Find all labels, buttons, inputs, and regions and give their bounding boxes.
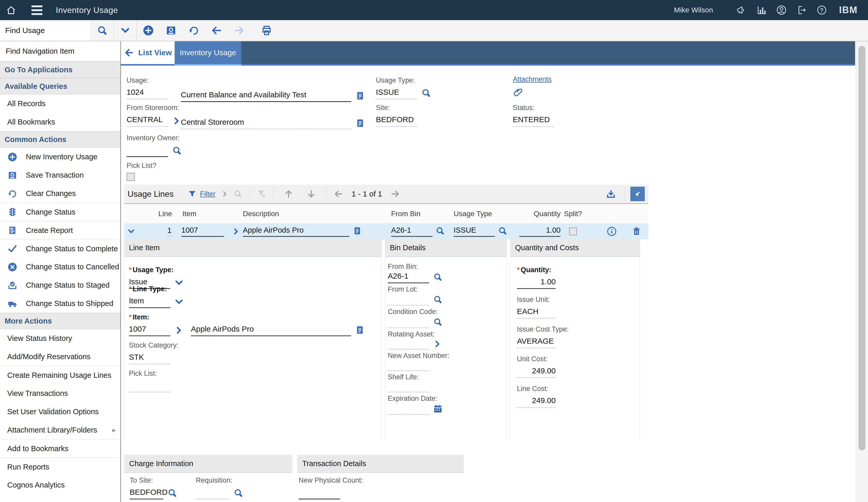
- vertical-scrollbar[interactable]: [856, 41, 868, 502]
- sidebar-item-new-inventory-usage[interactable]: New Inventory Usage: [0, 148, 121, 166]
- download-icon[interactable]: [602, 188, 620, 200]
- column-split[interactable]: Split?: [561, 210, 586, 218]
- usage-type-search-icon[interactable]: [421, 87, 432, 100]
- detail-item-description-input[interactable]: Apple AirPods Pro: [191, 324, 351, 336]
- detail-from-lot-search-icon[interactable]: [433, 294, 443, 306]
- sidebar-item-change-status-complete[interactable]: Change Status to Complete: [0, 239, 121, 258]
- row-item-detail-chevron-icon[interactable]: [229, 227, 243, 236]
- filter-funnel-icon[interactable]: [186, 189, 198, 199]
- row-delete-icon[interactable]: [631, 226, 642, 237]
- sidebar-item-all-bookmarks[interactable]: All Bookmarks: [0, 113, 121, 131]
- user-name[interactable]: Mike Wilson: [674, 6, 713, 14]
- print-icon[interactable]: [255, 20, 278, 41]
- column-from-bin[interactable]: From Bin: [391, 210, 454, 218]
- site-value[interactable]: BEDFORD: [376, 115, 417, 127]
- storeroom-description-value[interactable]: Central Storeroom: [181, 117, 351, 129]
- row-description-input[interactable]: Apple AirPods Pro: [243, 226, 349, 237]
- column-description[interactable]: Description: [243, 210, 362, 218]
- detail-from-bin-search-icon[interactable]: [433, 272, 443, 283]
- detail-line-type-chevron-icon[interactable]: [174, 297, 184, 308]
- column-quantity[interactable]: Quantity: [513, 210, 561, 218]
- sidebar-item-save-transaction[interactable]: Save Transaction: [0, 166, 121, 185]
- column-item[interactable]: Item: [175, 210, 229, 218]
- collapse-table-button[interactable]: [630, 187, 645, 201]
- sidebar-item-attachment-library-folders[interactable]: Attachment Library/Folders ▸: [0, 421, 121, 439]
- row-info-icon[interactable]: [607, 226, 617, 237]
- reports-chart-icon[interactable]: [751, 5, 772, 15]
- detail-expiration-date-calendar-icon[interactable]: [433, 404, 443, 415]
- detail-item-input[interactable]: 1007: [129, 324, 170, 336]
- usage-line-row[interactable]: 1 1007 Apple AirPods Pro A26-1 ISSUE 1.0…: [124, 223, 648, 239]
- paperclip-icon[interactable]: [513, 87, 524, 99]
- column-usage-type[interactable]: Usage Type: [454, 210, 513, 218]
- tab-list-view[interactable]: List View: [121, 41, 175, 64]
- sidebar-item-run-reports[interactable]: Run Reports: [0, 458, 121, 476]
- row-usage-type-input[interactable]: ISSUE: [454, 226, 495, 237]
- new-record-icon[interactable]: [137, 20, 160, 41]
- scrollbar-thumb[interactable]: [858, 46, 865, 450]
- sidebar-section-more-actions[interactable]: More Actions: [0, 313, 121, 329]
- sidebar-item-create-remaining-usage-lines[interactable]: Create Remaining Usage Lines: [0, 366, 121, 384]
- inventory-owner-search-icon[interactable]: [172, 145, 183, 157]
- home-icon[interactable]: [6, 5, 17, 15]
- previous-record-icon[interactable]: [205, 20, 228, 41]
- sidebar-item-view-transactions[interactable]: View Transactions: [0, 384, 121, 402]
- sidebar-item-change-status-staged[interactable]: Change Status to Staged: [0, 276, 121, 294]
- previous-page-icon[interactable]: [331, 189, 346, 199]
- move-row-up-icon[interactable]: [281, 189, 296, 199]
- sidebar-item-set-user-validation-options[interactable]: Set User Validation Options: [0, 402, 121, 421]
- row-item-input[interactable]: 1007: [181, 226, 224, 237]
- detail-expiration-date-input[interactable]: [388, 405, 429, 415]
- detail-from-lot-input[interactable]: [388, 295, 429, 306]
- column-line[interactable]: Line: [138, 210, 175, 218]
- attachments-link[interactable]: Attachments: [513, 75, 551, 83]
- move-row-down-icon[interactable]: [304, 189, 319, 199]
- sidebar-section-go-to-applications[interactable]: Go To Applications: [0, 61, 121, 78]
- sidebar-section-available-queries[interactable]: Available Queries: [0, 78, 121, 94]
- to-site-input[interactable]: BEDFORD: [130, 488, 163, 499]
- row-from-bin-input[interactable]: A26-1: [391, 226, 433, 237]
- sidebar-item-change-status[interactable]: Change Status: [0, 203, 121, 221]
- help-icon[interactable]: [812, 5, 832, 15]
- usage-value[interactable]: 1024: [127, 87, 168, 100]
- row-quantity-input[interactable]: 1.00: [519, 226, 561, 237]
- long-description-icon[interactable]: [355, 91, 365, 102]
- inventory-owner-input[interactable]: [127, 145, 168, 157]
- clear-filter-icon[interactable]: [254, 189, 269, 199]
- table-search-icon[interactable]: [230, 189, 245, 199]
- row-split-checkbox[interactable]: [569, 228, 577, 235]
- go-to-storeroom-chevron-icon[interactable]: [172, 116, 181, 127]
- requisition-search-icon[interactable]: [233, 488, 244, 499]
- search-icon[interactable]: [91, 20, 114, 41]
- next-page-icon[interactable]: [388, 189, 403, 199]
- sidebar-item-change-status-shipped[interactable]: Change Status to Shipped: [0, 294, 121, 313]
- sidebar-item-change-status-cancelled[interactable]: Change Status to Cancelled: [0, 258, 121, 276]
- row-usage-type-search-icon[interactable]: [497, 226, 508, 237]
- row-expand-chevron-icon[interactable]: [124, 227, 138, 236]
- detail-condition-code-search-icon[interactable]: [433, 317, 443, 328]
- detail-item-long-description-icon[interactable]: [355, 325, 365, 336]
- clear-changes-icon[interactable]: [183, 20, 205, 41]
- filter-link[interactable]: Filter: [200, 190, 216, 198]
- sidebar-item-create-report[interactable]: Create Report: [0, 221, 121, 239]
- save-record-icon[interactable]: [160, 20, 183, 41]
- detail-condition-code-input[interactable]: [388, 318, 429, 328]
- detail-rotating-asset-input[interactable]: [388, 339, 429, 350]
- hamburger-menu-icon[interactable]: [32, 6, 42, 15]
- tab-inventory-usage[interactable]: Inventory Usage: [175, 41, 241, 64]
- storeroom-long-description-icon[interactable]: [355, 118, 365, 129]
- sidebar-item-all-records[interactable]: All Records: [0, 94, 121, 113]
- sidebar-item-clear-changes[interactable]: Clear Changes: [0, 185, 121, 203]
- sidebar-item-add-modify-reservations[interactable]: Add/Modify Reservations: [0, 348, 121, 366]
- profile-icon[interactable]: [772, 4, 792, 16]
- to-site-search-icon[interactable]: [167, 488, 178, 499]
- row-long-description-icon[interactable]: [352, 226, 362, 237]
- expand-search-chevron-icon[interactable]: [114, 20, 137, 41]
- requisition-input[interactable]: [196, 488, 229, 499]
- filter-expand-chevron-icon[interactable]: [219, 190, 230, 198]
- sidebar-item-view-status-history[interactable]: View Status History: [0, 329, 121, 348]
- from-storeroom-value[interactable]: CENTRAL: [127, 115, 168, 127]
- usage-description-input[interactable]: Current Balance and Availability Test: [181, 90, 351, 102]
- announcements-icon[interactable]: [731, 5, 751, 15]
- sidebar-item-cognos-analytics[interactable]: Cognos Analytics: [0, 476, 121, 494]
